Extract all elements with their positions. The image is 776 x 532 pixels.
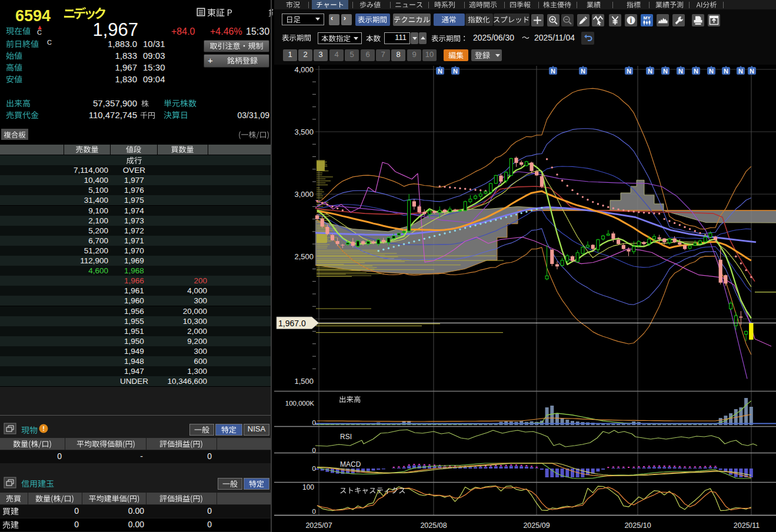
svg-text:N: N [750,68,754,75]
svg-text:0: 0 [312,447,316,454]
svg-text:N: N [678,68,683,75]
svg-text:N: N [453,68,458,75]
svg-text:N: N [627,68,631,75]
svg-text:0: 0 [312,508,316,515]
svg-text:2025/07: 2025/07 [305,521,332,530]
svg-text:N: N [581,68,585,75]
svg-text:N: N [738,68,743,75]
svg-text:N: N [694,68,698,75]
svg-text:N: N [663,68,668,75]
svg-text:2025/11: 2025/11 [734,521,760,530]
svg-text:!: ! [42,425,45,432]
svg-text:N: N [709,68,714,75]
svg-text:N: N [724,68,728,75]
svg-text:0: 0 [312,465,316,472]
svg-text:2025/08: 2025/08 [420,521,447,530]
svg-text:1,500: 1,500 [294,377,314,386]
svg-text:0: 0 [312,419,316,426]
svg-text:100,000K: 100,000K [285,400,315,407]
svg-text:i: i [630,16,632,25]
svg-text:MY: MY [644,15,651,21]
svg-text:4,000: 4,000 [294,65,314,74]
svg-text:N: N [648,68,652,75]
svg-text:2025/10: 2025/10 [624,521,651,530]
svg-text:100: 100 [302,483,314,491]
svg-text:RSI: RSI [340,433,352,441]
svg-text:2,500: 2,500 [294,252,314,261]
svg-text:2025/09: 2025/09 [523,521,549,530]
svg-text:3,000: 3,000 [294,190,314,199]
svg-text:3,500: 3,500 [294,128,314,136]
svg-text:N: N [551,68,555,75]
svg-text:N: N [438,68,442,75]
svg-text:1,967.0: 1,967.0 [278,319,306,328]
svg-text:MACD: MACD [340,460,361,469]
